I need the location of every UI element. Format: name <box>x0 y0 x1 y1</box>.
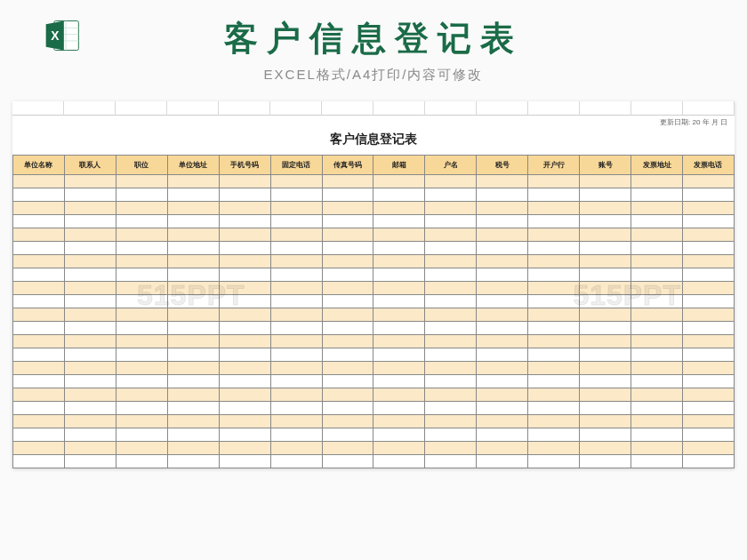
table-cell[interactable] <box>219 215 270 228</box>
table-cell[interactable] <box>477 228 528 242</box>
table-cell[interactable] <box>270 455 322 468</box>
table-cell[interactable] <box>219 282 270 295</box>
table-cell[interactable] <box>116 375 167 388</box>
table-cell[interactable] <box>631 268 683 282</box>
table-cell[interactable] <box>580 348 631 362</box>
table-cell[interactable] <box>477 348 528 362</box>
table-cell[interactable] <box>580 442 631 455</box>
table-cell[interactable] <box>580 362 631 375</box>
table-cell[interactable] <box>219 188 270 202</box>
table-cell[interactable] <box>167 295 219 308</box>
table-cell[interactable] <box>477 388 528 402</box>
table-cell[interactable] <box>64 255 116 268</box>
table-cell[interactable] <box>374 215 425 228</box>
table-cell[interactable] <box>13 375 65 388</box>
table-cell[interactable] <box>116 322 167 335</box>
table-cell[interactable] <box>167 175 219 188</box>
table-cell[interactable] <box>167 455 219 468</box>
table-cell[interactable] <box>631 175 683 188</box>
table-cell[interactable] <box>219 335 270 348</box>
table-cell[interactable] <box>374 428 425 442</box>
table-cell[interactable] <box>116 308 167 322</box>
table-cell[interactable] <box>167 308 219 322</box>
table-cell[interactable] <box>270 428 322 442</box>
table-cell[interactable] <box>116 175 167 188</box>
table-cell[interactable] <box>631 242 683 255</box>
table-cell[interactable] <box>682 215 734 228</box>
table-cell[interactable] <box>116 202 167 215</box>
table-cell[interactable] <box>528 442 580 455</box>
table-cell[interactable] <box>322 455 374 468</box>
table-cell[interactable] <box>270 188 322 202</box>
table-cell[interactable] <box>528 308 580 322</box>
table-cell[interactable] <box>64 308 116 322</box>
table-cell[interactable] <box>425 442 477 455</box>
table-cell[interactable] <box>631 188 683 202</box>
table-cell[interactable] <box>322 188 374 202</box>
table-cell[interactable] <box>116 335 167 348</box>
table-cell[interactable] <box>425 308 477 322</box>
table-cell[interactable] <box>167 428 219 442</box>
table-cell[interactable] <box>13 228 65 242</box>
table-cell[interactable] <box>64 375 116 388</box>
table-cell[interactable] <box>631 348 683 362</box>
table-cell[interactable] <box>270 442 322 455</box>
table-cell[interactable] <box>270 255 322 268</box>
table-cell[interactable] <box>322 202 374 215</box>
table-cell[interactable] <box>580 228 631 242</box>
table-cell[interactable] <box>580 375 631 388</box>
table-cell[interactable] <box>270 228 322 242</box>
table-cell[interactable] <box>477 402 528 415</box>
table-cell[interactable] <box>270 175 322 188</box>
table-cell[interactable] <box>528 255 580 268</box>
table-cell[interactable] <box>219 322 270 335</box>
table-cell[interactable] <box>64 415 116 428</box>
table-cell[interactable] <box>682 282 734 295</box>
table-cell[interactable] <box>64 282 116 295</box>
table-cell[interactable] <box>64 442 116 455</box>
table-cell[interactable] <box>64 295 116 308</box>
table-cell[interactable] <box>116 348 167 362</box>
table-cell[interactable] <box>116 455 167 468</box>
table-cell[interactable] <box>13 242 65 255</box>
table-cell[interactable] <box>580 242 631 255</box>
table-cell[interactable] <box>477 242 528 255</box>
table-cell[interactable] <box>219 268 270 282</box>
table-cell[interactable] <box>219 295 270 308</box>
table-cell[interactable] <box>219 415 270 428</box>
table-cell[interactable] <box>528 175 580 188</box>
table-cell[interactable] <box>13 402 65 415</box>
table-cell[interactable] <box>64 388 116 402</box>
table-cell[interactable] <box>322 335 374 348</box>
table-cell[interactable] <box>167 188 219 202</box>
table-cell[interactable] <box>374 335 425 348</box>
table-cell[interactable] <box>13 388 65 402</box>
table-cell[interactable] <box>167 335 219 348</box>
table-cell[interactable] <box>528 188 580 202</box>
table-cell[interactable] <box>631 335 683 348</box>
table-cell[interactable] <box>528 202 580 215</box>
table-cell[interactable] <box>374 228 425 242</box>
table-cell[interactable] <box>322 402 374 415</box>
table-cell[interactable] <box>425 282 477 295</box>
table-cell[interactable] <box>64 175 116 188</box>
table-cell[interactable] <box>682 242 734 255</box>
table-cell[interactable] <box>167 402 219 415</box>
table-cell[interactable] <box>528 428 580 442</box>
table-cell[interactable] <box>425 322 477 335</box>
table-cell[interactable] <box>270 242 322 255</box>
table-cell[interactable] <box>13 175 65 188</box>
table-cell[interactable] <box>425 428 477 442</box>
table-cell[interactable] <box>477 308 528 322</box>
table-cell[interactable] <box>116 402 167 415</box>
table-cell[interactable] <box>374 175 425 188</box>
table-cell[interactable] <box>682 442 734 455</box>
table-cell[interactable] <box>322 442 374 455</box>
table-cell[interactable] <box>64 348 116 362</box>
table-cell[interactable] <box>64 322 116 335</box>
table-cell[interactable] <box>477 188 528 202</box>
table-cell[interactable] <box>374 402 425 415</box>
table-cell[interactable] <box>580 295 631 308</box>
table-cell[interactable] <box>425 402 477 415</box>
table-cell[interactable] <box>116 188 167 202</box>
